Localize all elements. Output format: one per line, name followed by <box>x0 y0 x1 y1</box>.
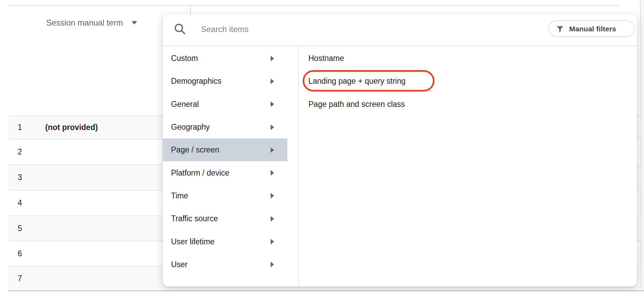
row-number: 6 <box>18 249 30 258</box>
column-divider <box>190 5 191 15</box>
row-number: 3 <box>18 173 30 182</box>
chevron-right-icon <box>271 239 274 244</box>
row-number: 5 <box>18 224 30 233</box>
chevron-right-icon <box>271 147 274 153</box>
dimension-header-label: Session manual term <box>46 18 123 28</box>
chevron-right-icon <box>271 170 274 176</box>
category-list: Custom Demographics General Geography Pa… <box>163 47 298 276</box>
item-page-path-screen-class[interactable]: Page path and screen class <box>299 93 635 116</box>
search-input[interactable] <box>201 22 524 37</box>
chevron-right-icon <box>271 101 274 107</box>
item-hostname[interactable]: Hostname <box>299 47 635 70</box>
category-demographics[interactable]: Demographics <box>163 70 287 93</box>
category-page-screen[interactable]: Page / screen <box>163 139 287 161</box>
category-time[interactable]: Time <box>163 184 287 207</box>
chevron-right-icon <box>271 193 274 198</box>
search-icon <box>174 23 186 35</box>
category-traffic-source[interactable]: Traffic source <box>163 207 287 230</box>
dimension-item-list: Hostname Landing page + query string Pag… <box>299 47 635 116</box>
row-number: 7 <box>18 274 30 283</box>
chevron-right-icon <box>271 79 274 84</box>
row-value: (not provided) <box>45 123 98 132</box>
table-header-rule <box>9 5 619 6</box>
search-divider <box>163 46 637 46</box>
category-custom[interactable]: Custom <box>163 47 287 70</box>
manual-filters-button[interactable]: Manual filters <box>548 20 635 37</box>
row-number: 2 <box>18 147 30 157</box>
table-bottom-border <box>9 290 644 291</box>
category-user[interactable]: User <box>163 253 287 276</box>
chevron-right-icon <box>271 262 274 267</box>
category-user-lifetime[interactable]: User lifetime <box>163 230 287 253</box>
row-number: 1 <box>18 123 30 132</box>
category-platform-device[interactable]: Platform / device <box>163 161 287 184</box>
chevron-right-icon <box>271 125 274 130</box>
dimension-picker-panel: Manual filters Custom Demographics Gener… <box>163 14 637 287</box>
chevron-right-icon <box>271 216 274 222</box>
chevron-down-icon <box>132 21 137 25</box>
filter-funnel-icon <box>556 25 564 33</box>
category-geography[interactable]: Geography <box>163 116 287 139</box>
right-margin-strip <box>641 0 644 290</box>
manual-filters-label: Manual filters <box>569 25 616 33</box>
chevron-right-icon <box>271 56 274 61</box>
dimension-header-dropdown[interactable]: Session manual term <box>46 18 137 28</box>
row-number: 4 <box>18 198 30 208</box>
category-general[interactable]: General <box>163 93 287 116</box>
item-landing-page-query-string[interactable]: Landing page + query string <box>299 70 635 93</box>
